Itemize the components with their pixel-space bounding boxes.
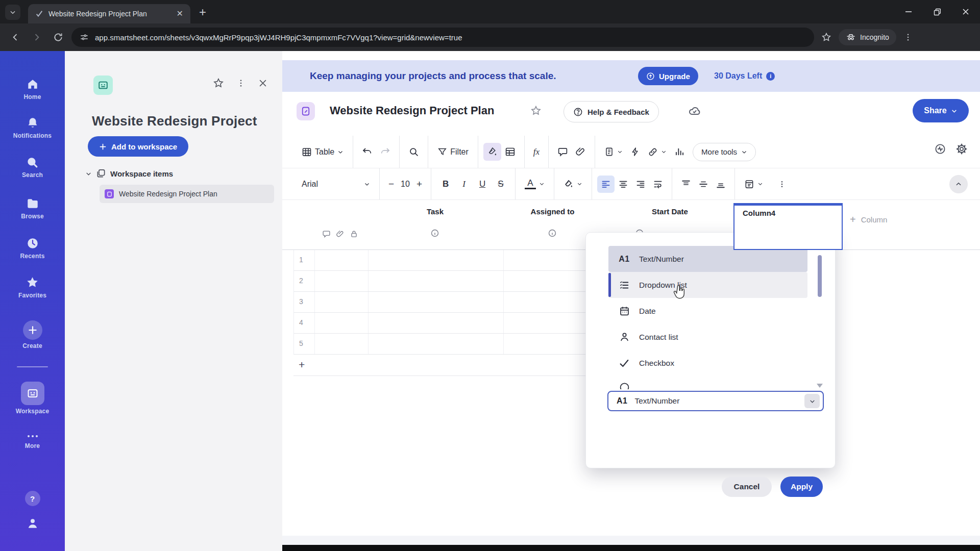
attachment-button[interactable] [572, 143, 590, 161]
browser-menu-kebab-icon[interactable] [901, 31, 915, 44]
rail-item-home[interactable]: Home [0, 78, 65, 101]
rail-item-more[interactable]: More [0, 433, 65, 449]
align-center-button[interactable] [615, 176, 632, 193]
window-minimize-button[interactable] [894, 2, 923, 22]
apply-button[interactable]: Apply [780, 477, 823, 497]
column-header-assigned-to[interactable]: Assigned to [503, 207, 602, 216]
site-settings-icon[interactable] [80, 33, 89, 42]
back-icon[interactable] [7, 29, 23, 45]
column-type-select[interactable]: A1 Text/Number [607, 391, 824, 411]
valign-bottom-button[interactable] [712, 176, 729, 193]
selected-column4[interactable]: Column4 [733, 203, 843, 250]
new-tab-button[interactable]: + [199, 6, 206, 18]
font-size-decrease[interactable]: − [385, 175, 398, 193]
valign-middle-button[interactable] [695, 176, 712, 193]
comment-button[interactable] [554, 143, 572, 161]
column-header-task[interactable]: Task [368, 207, 503, 216]
option-dropdown-list[interactable]: Dropdown list [608, 272, 807, 298]
font-size-increase[interactable]: + [413, 175, 426, 193]
chevron-down-icon[interactable] [85, 170, 92, 177]
share-button[interactable]: Share [913, 99, 969, 122]
view-switcher-table[interactable]: Table [298, 143, 348, 161]
grid-row-4[interactable]: 4 [293, 313, 585, 334]
formula-button[interactable]: fx [530, 143, 543, 161]
help-feedback-button[interactable]: Help & Feedback [564, 101, 659, 122]
rail-item-account[interactable] [0, 516, 65, 531]
add-row-button[interactable]: + [293, 355, 585, 376]
more-tools-button[interactable]: More tools [693, 143, 756, 161]
grid-row-3[interactable]: 3 [293, 292, 585, 313]
format-more-kebab-icon[interactable] [774, 177, 790, 192]
cancel-button[interactable]: Cancel [722, 477, 772, 497]
format-cells-button[interactable] [501, 143, 519, 161]
option-partial[interactable] [608, 376, 807, 389]
collapse-toolbar-button[interactable] [949, 175, 968, 193]
reload-icon[interactable] [50, 29, 66, 45]
column-header-start-date[interactable]: Start Date [602, 207, 738, 216]
option-date[interactable]: Date [608, 298, 807, 324]
panel-actions [213, 78, 268, 89]
forward-icon[interactable] [29, 29, 45, 45]
rail-item-favorites[interactable]: Favorites [0, 276, 65, 299]
settings-gear-icon[interactable] [955, 143, 968, 155]
font-family-select[interactable]: Arial [298, 176, 374, 192]
text-color-button[interactable]: A [521, 175, 549, 193]
panel-close-icon[interactable] [258, 78, 268, 88]
text-wrap-button[interactable] [649, 176, 667, 193]
trial-info-icon[interactable]: i [766, 72, 775, 81]
sheet-favorite-star-icon[interactable] [530, 105, 542, 116]
strikethrough-button[interactable]: S [492, 176, 510, 193]
automation-button[interactable] [627, 143, 644, 160]
filter-button[interactable]: Filter [433, 143, 473, 160]
favorite-star-icon[interactable] [213, 78, 224, 89]
rail-item-help[interactable]: ? [0, 491, 65, 506]
redo-button[interactable] [376, 143, 394, 161]
bookmark-star-icon[interactable] [819, 30, 834, 44]
option-checkbox[interactable]: Checkbox [608, 350, 807, 376]
window-restore-button[interactable] [923, 2, 951, 22]
task-info-icon[interactable] [430, 229, 439, 238]
add-column-button[interactable]: + Column [850, 214, 887, 224]
browser-tab[interactable]: Website Redesign Project Plan ✕ [28, 4, 190, 23]
tab-close-icon[interactable]: ✕ [175, 9, 185, 19]
proofs-button[interactable] [600, 143, 627, 160]
option-contact-list[interactable]: Contact list [608, 324, 807, 350]
align-left-button[interactable] [597, 176, 615, 193]
grid-row-5[interactable]: 5 [293, 334, 585, 355]
window-close-button[interactable] [951, 2, 980, 22]
activity-log-icon[interactable] [934, 143, 946, 155]
grid-row-2[interactable]: 2 [293, 271, 585, 292]
column-stats-button[interactable] [671, 143, 689, 161]
tree-item-sheet[interactable]: Website Redesign Project Plan [100, 185, 274, 203]
undo-button[interactable] [358, 143, 376, 161]
cell-fill-button[interactable] [559, 176, 586, 193]
align-right-button[interactable] [632, 176, 649, 193]
rail-item-workspace[interactable]: Workspace [0, 382, 65, 415]
url-bar[interactable]: app.smartsheet.com/sheets/v3qwxMgRrP9pqp… [71, 28, 814, 47]
tab-search-chevron-icon[interactable] [5, 5, 20, 20]
rail-item-notifications[interactable]: Notifications [0, 116, 65, 139]
assigned-to-info-icon[interactable] [548, 229, 557, 238]
plus-icon [99, 143, 107, 151]
valign-top-button[interactable] [677, 176, 695, 193]
scroll-down-arrow-icon[interactable] [817, 384, 823, 391]
rail-item-browse[interactable]: Browse [0, 197, 65, 220]
select-chevron-icon[interactable] [804, 394, 820, 408]
cell-linking-button[interactable] [644, 143, 671, 161]
search-sheet-button[interactable] [405, 143, 423, 161]
add-to-workspace-button[interactable]: Add to workspace [88, 136, 188, 157]
panel-kebab-icon[interactable] [236, 79, 246, 88]
rail-item-create[interactable]: Create [0, 320, 65, 349]
underline-button[interactable]: U [473, 176, 492, 193]
upgrade-button[interactable]: Upgrade [638, 67, 698, 85]
italic-button[interactable]: I [455, 176, 473, 193]
fill-color-button[interactable] [483, 143, 501, 161]
cell-format-button[interactable] [740, 176, 767, 193]
workspace-items-header[interactable]: Workspace items [85, 168, 173, 179]
scroll-thumb[interactable] [818, 255, 822, 297]
bold-button[interactable]: B [436, 176, 455, 193]
grid-row-1[interactable]: 1 [293, 250, 585, 271]
menu-scrollbar[interactable] [817, 245, 823, 384]
rail-item-search[interactable]: Search [0, 156, 65, 179]
rail-item-recents[interactable]: Recents [0, 237, 65, 260]
